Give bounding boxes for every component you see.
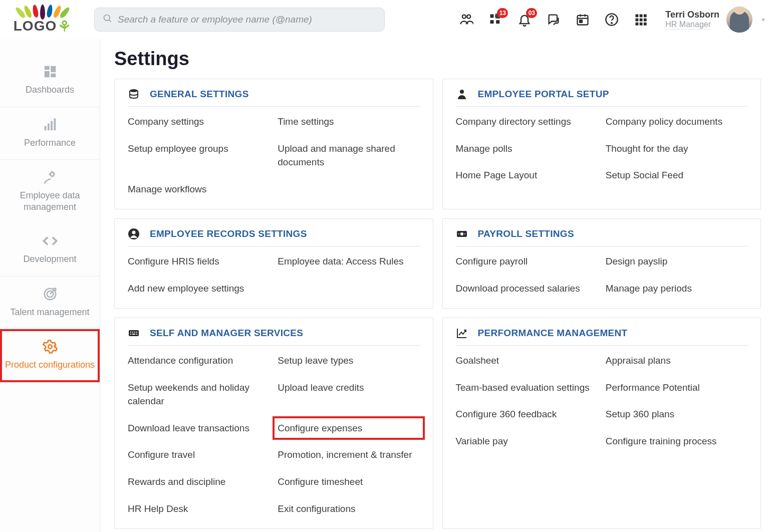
svg-point-43 xyxy=(460,232,463,235)
svg-rect-46 xyxy=(129,330,139,336)
chat-icon[interactable] xyxy=(546,12,561,27)
svg-rect-25 xyxy=(644,23,647,26)
cash-icon xyxy=(456,228,468,240)
search-icon xyxy=(103,14,113,26)
link-upload-shared-docs[interactable]: Upload and manage shared documents xyxy=(278,142,419,169)
svg-point-45 xyxy=(464,233,465,234)
svg-rect-48 xyxy=(132,332,133,333)
link-manage-workflows[interactable]: Manage workflows xyxy=(128,182,270,196)
sidebar-item-performance[interactable]: Performance xyxy=(0,107,100,160)
link-time-settings[interactable]: Time settings xyxy=(278,115,419,129)
svg-rect-21 xyxy=(640,19,643,22)
svg-rect-14 xyxy=(580,20,582,23)
link-upload-leave-credits[interactable]: Upload leave credits xyxy=(278,381,419,408)
logo[interactable]: LOGO⚘ xyxy=(5,5,80,35)
link-configure-hris[interactable]: Configure HRIS fields xyxy=(128,254,270,269)
page-title: Settings xyxy=(114,48,761,70)
bars-icon xyxy=(42,116,59,133)
dashboard-icon xyxy=(42,63,59,80)
sidebar-item-talent[interactable]: Talent management xyxy=(0,277,100,330)
svg-rect-53 xyxy=(136,334,137,335)
chart-icon xyxy=(456,327,468,339)
svg-point-2 xyxy=(462,15,466,19)
sidebar-item-label: Talent management xyxy=(10,307,89,318)
link-add-employee-settings[interactable]: Add new employee settings xyxy=(128,282,270,296)
svg-rect-28 xyxy=(44,71,49,78)
link-thought-for-day[interactable]: Thought for the day xyxy=(606,142,747,156)
svg-rect-31 xyxy=(48,123,50,130)
link-configure-expenses[interactable]: Configure expenses xyxy=(278,421,419,435)
link-design-payslip[interactable]: Design payslip xyxy=(606,254,747,269)
avatar[interactable] xyxy=(726,7,752,33)
svg-point-44 xyxy=(458,233,459,234)
svg-rect-27 xyxy=(51,66,56,73)
target-icon xyxy=(42,286,59,303)
link-goalsheet[interactable]: Goalsheet xyxy=(456,354,598,368)
link-configure-360[interactable]: Configure 360 feedback xyxy=(456,407,598,421)
chevron-down-icon[interactable]: ▾ xyxy=(761,16,765,24)
svg-rect-32 xyxy=(51,121,53,130)
search-input[interactable] xyxy=(118,14,376,25)
svg-rect-30 xyxy=(44,126,46,130)
grid-icon[interactable] xyxy=(633,12,648,27)
search-box[interactable] xyxy=(94,8,385,32)
sidebar-item-dashboards[interactable]: Dashboards xyxy=(0,54,100,107)
sidebar-item-label: Product configurations xyxy=(5,359,95,371)
link-appraisal-plans[interactable]: Appraisal plans xyxy=(606,354,747,368)
svg-point-38 xyxy=(130,89,138,92)
link-manage-polls[interactable]: Manage polls xyxy=(456,142,598,156)
link-team-evaluation[interactable]: Team-based evaluation settings xyxy=(456,381,598,395)
svg-point-0 xyxy=(104,15,110,21)
link-rewards-discipline[interactable]: Rewards and discipline xyxy=(128,475,270,489)
svg-point-39 xyxy=(460,90,464,94)
link-setup-employee-groups[interactable]: Setup employee groups xyxy=(128,142,270,169)
link-weekends-holidays[interactable]: Setup weekends and holiday calendar xyxy=(128,381,270,408)
link-configure-travel[interactable]: Configure travel xyxy=(128,448,270,462)
link-attendance-config[interactable]: Attendance configuration xyxy=(128,354,270,368)
link-promotion-increment[interactable]: Promotion, increment & transfer xyxy=(278,448,419,462)
svg-rect-47 xyxy=(130,332,131,333)
svg-rect-52 xyxy=(132,334,135,335)
link-setup-leave-types[interactable]: Setup leave types xyxy=(278,354,419,368)
link-configure-payroll[interactable]: Configure payroll xyxy=(456,254,598,269)
user-block[interactable]: Terri Osborn HR Manager ▾ xyxy=(665,7,765,33)
people-icon[interactable] xyxy=(459,12,474,27)
sidebar-item-development[interactable]: Development xyxy=(0,223,100,277)
user-name: Terri Osborn xyxy=(665,10,719,20)
link-manage-pay-periods[interactable]: Manage pay periods xyxy=(606,282,747,296)
link-company-policy[interactable]: Company policy documents xyxy=(606,115,747,129)
sidebar-item-product-config[interactable]: Product configurations xyxy=(0,329,100,382)
calendar-icon[interactable] xyxy=(575,12,590,27)
svg-rect-18 xyxy=(640,15,643,18)
sidebar: Dashboards Performance Employee data man… xyxy=(0,39,100,532)
svg-point-37 xyxy=(48,345,52,349)
link-configure-timesheet[interactable]: Configure timesheet xyxy=(278,475,419,489)
link-home-page-layout[interactable]: Home Page Layout xyxy=(456,168,598,182)
link-exit-configurations[interactable]: Exit configurations xyxy=(278,502,419,516)
link-setup-360-plans[interactable]: Setup 360 plans xyxy=(606,407,747,421)
link-download-leave-transactions[interactable]: Download leave transactions xyxy=(128,421,270,435)
link-emp-access-rules[interactable]: Employee data: Access Rules xyxy=(278,254,419,269)
link-company-directory[interactable]: Company directory settings xyxy=(456,115,598,129)
card-self-manager: SELF AND MANAGER SERVICES Attendance con… xyxy=(114,318,433,529)
svg-rect-19 xyxy=(644,15,647,18)
apps-icon[interactable]: 13 xyxy=(488,12,503,27)
sidebar-item-employee-data[interactable]: Employee data management xyxy=(0,160,100,223)
link-download-salaries[interactable]: Download processed salaries xyxy=(456,282,598,296)
link-company-settings[interactable]: Company settings xyxy=(128,115,270,129)
help-icon[interactable] xyxy=(604,12,619,27)
link-hr-help-desk[interactable]: HR Help Desk xyxy=(128,502,270,516)
header-icons: 13 03 xyxy=(459,12,648,27)
person-icon xyxy=(456,88,468,100)
bell-icon[interactable]: 03 xyxy=(517,12,532,27)
link-performance-potential[interactable]: Performance Potential xyxy=(606,381,747,395)
svg-rect-24 xyxy=(640,23,643,26)
svg-rect-51 xyxy=(130,334,131,335)
user-role: HR Manager xyxy=(665,20,711,30)
account-icon xyxy=(128,228,140,240)
link-social-feed[interactable]: Setup Social Feed xyxy=(606,168,747,182)
link-configure-training[interactable]: Configure training process xyxy=(606,434,747,448)
sidebar-item-label: Employee data management xyxy=(4,190,96,212)
card-title: SELF AND MANAGER SERVICES xyxy=(150,328,303,339)
link-variable-pay[interactable]: Variable pay xyxy=(456,434,598,448)
